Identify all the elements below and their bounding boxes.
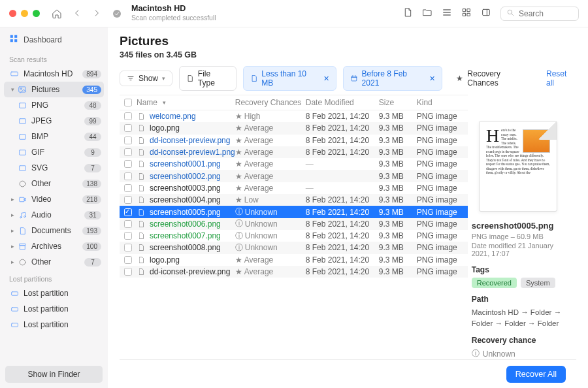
col-recovery[interactable]: Recovery Chances bbox=[235, 98, 306, 107]
filter-date-chip[interactable]: Before 8 Feb 2021 ✕ bbox=[343, 66, 442, 91]
close-window-icon[interactable] bbox=[9, 10, 16, 17]
chevron-right-icon[interactable]: ▸ bbox=[9, 243, 16, 250]
table-row[interactable]: dd-iconset-preview.png★Average8 Feb 2021… bbox=[120, 135, 468, 146]
sort-icon: ▾ bbox=[163, 99, 166, 106]
remove-filter-icon[interactable]: ✕ bbox=[429, 74, 435, 83]
row-checkbox[interactable] bbox=[124, 184, 132, 192]
table-row[interactable]: welcome.png★High8 Feb 2021, 14:209.3 MBP… bbox=[120, 110, 468, 122]
sidebar-lost-3[interactable]: Lost partition bbox=[0, 317, 108, 332]
svg-rect-29 bbox=[351, 76, 357, 81]
svg-rect-15 bbox=[19, 118, 25, 123]
dashboard-link[interactable]: Dashboard bbox=[0, 33, 108, 50]
show-in-finder-button[interactable]: Show in Finder bbox=[5, 366, 103, 383]
sidebar-lost-2[interactable]: Lost partition bbox=[0, 301, 108, 317]
home-icon[interactable] bbox=[52, 8, 62, 19]
chevron-down-icon[interactable]: ▾ bbox=[9, 86, 16, 93]
table-row[interactable]: screenshot0001.png★Average—9.3 MBPNG ima… bbox=[120, 158, 468, 170]
select-all-checkbox[interactable] bbox=[124, 99, 132, 106]
chevron-right-icon[interactable]: ▸ bbox=[9, 259, 16, 265]
col-date[interactable]: Date Modified bbox=[306, 98, 379, 107]
row-checkbox[interactable] bbox=[124, 208, 132, 216]
table-row[interactable]: screenshot0003.png★Average—9.3 MBPNG ima… bbox=[120, 182, 468, 194]
row-checkbox[interactable] bbox=[124, 244, 132, 251]
list-view-icon[interactable] bbox=[442, 7, 452, 20]
row-checkbox[interactable] bbox=[124, 148, 132, 156]
recovery-chance: ★Average bbox=[235, 148, 306, 157]
chevron-right-icon[interactable]: ▸ bbox=[9, 196, 16, 202]
file-name: screenshot0004.png bbox=[150, 195, 221, 204]
row-checkbox[interactable] bbox=[124, 124, 132, 132]
dashboard-label: Dashboard bbox=[24, 35, 62, 44]
search-field[interactable] bbox=[500, 7, 579, 21]
sidebar-item-png[interactable]: PNG48 bbox=[0, 97, 108, 113]
row-checkbox[interactable] bbox=[124, 137, 132, 144]
file-size: 9.3 MB bbox=[379, 219, 417, 229]
sidebar-item-svg[interactable]: SVG7 bbox=[0, 160, 108, 176]
info-icon: ⓘ bbox=[235, 242, 243, 253]
col-size[interactable]: Size bbox=[379, 98, 417, 107]
table-row[interactable]: screenshot0006.pngⓘUnknown8 Feb 2021, 14… bbox=[120, 218, 468, 230]
file-kind: PNG image bbox=[417, 172, 468, 181]
table-row[interactable]: dd-iconset-preview.png★Average8 Feb 2021… bbox=[120, 266, 468, 278]
col-kind[interactable]: Kind bbox=[417, 98, 468, 107]
chevron-right-icon[interactable]: ▸ bbox=[9, 227, 16, 234]
table-row[interactable]: logo.png★Average8 Feb 2021, 14:209.3 MBP… bbox=[120, 254, 468, 266]
back-icon[interactable] bbox=[73, 8, 82, 19]
sidebar-lost-1[interactable]: Lost partition bbox=[0, 285, 108, 301]
forward-icon[interactable] bbox=[92, 8, 101, 19]
window-controls[interactable] bbox=[9, 10, 40, 17]
minimize-window-icon[interactable] bbox=[21, 10, 28, 17]
row-checkbox[interactable] bbox=[124, 220, 132, 228]
table-row[interactable]: screenshot0004.png★Low8 Feb 2021, 14:209… bbox=[120, 194, 468, 206]
sidebar-item-pictures[interactable]: ▾ Pictures 345 bbox=[4, 82, 104, 97]
row-checkbox[interactable] bbox=[124, 268, 132, 276]
sidebar-item-jpeg[interactable]: JPEG99 bbox=[0, 113, 108, 129]
folder-icon[interactable] bbox=[422, 7, 433, 20]
row-checkbox[interactable] bbox=[124, 196, 132, 204]
filter-recovery-chances[interactable]: ★ Recovery Chances bbox=[449, 66, 540, 91]
sidebar-item-archives[interactable]: ▸Archives100 bbox=[0, 238, 108, 254]
row-checkbox[interactable] bbox=[124, 172, 132, 180]
filter-size-chip[interactable]: Less than 10 MB ✕ bbox=[243, 66, 336, 91]
table-row[interactable]: screenshot0008.pngⓘUnknown8 Feb 2021, 14… bbox=[120, 242, 468, 253]
row-checkbox[interactable] bbox=[124, 112, 132, 120]
table-row[interactable]: screenshot0002.png★Average9.3 MBPNG imag… bbox=[120, 170, 468, 182]
sidebar-item-other[interactable]: Other138 bbox=[0, 176, 108, 191]
chevron-right-icon[interactable]: ▸ bbox=[9, 212, 16, 218]
maximize-window-icon[interactable] bbox=[33, 10, 40, 17]
row-checkbox[interactable] bbox=[124, 232, 132, 240]
col-name[interactable]: Name▾ bbox=[137, 98, 235, 107]
table-row[interactable]: screenshot0007.pngⓘUnknown8 Feb 2021, 14… bbox=[120, 230, 468, 242]
filter-filetype[interactable]: File Type bbox=[179, 66, 237, 91]
table-row[interactable]: screenshot0005.pngⓘUnknown8 Feb 2021, 14… bbox=[120, 206, 468, 218]
archive-icon bbox=[17, 241, 27, 251]
sidebar-item-gif[interactable]: GIF9 bbox=[0, 144, 108, 160]
recovery-chance: ★Low bbox=[235, 195, 306, 204]
recover-all-button[interactable]: Recover All bbox=[506, 366, 566, 383]
sidebar-item-other2[interactable]: ▸Other7 bbox=[0, 254, 108, 270]
sidebar-item-audio[interactable]: ▸Audio31 bbox=[0, 207, 108, 223]
date-modified: 8 Feb 2021, 14:20 bbox=[306, 195, 379, 204]
search-input[interactable] bbox=[519, 9, 573, 18]
date-modified: 8 Feb 2021, 14:20 bbox=[306, 148, 379, 157]
svg-point-0 bbox=[113, 10, 121, 18]
show-dropdown[interactable]: Show ▾ bbox=[120, 71, 172, 86]
sidebar-item-video[interactable]: ▸Video218 bbox=[0, 191, 108, 207]
reset-all-link[interactable]: Reset all bbox=[546, 69, 576, 88]
date-modified: 8 Feb 2021, 14:20 bbox=[306, 243, 379, 252]
svg-rect-20 bbox=[19, 197, 24, 202]
sidebar-item-disk[interactable]: Macintosh HD 894 bbox=[0, 66, 108, 82]
row-checkbox[interactable] bbox=[124, 160, 132, 168]
table-row[interactable]: logo.png★Average8 Feb 2021, 14:209.3 MBP… bbox=[120, 122, 468, 134]
file-size: 9.3 MB bbox=[379, 172, 417, 181]
grid-view-icon[interactable] bbox=[461, 7, 472, 20]
table-row[interactable]: dd-iconset-preview1.png★Average8 Feb 202… bbox=[120, 146, 468, 158]
panel-toggle-icon[interactable] bbox=[481, 7, 491, 20]
sidebar-item-documents[interactable]: ▸Documents193 bbox=[0, 223, 108, 238]
new-file-icon[interactable] bbox=[402, 7, 413, 20]
info-icon: ⓘ bbox=[235, 231, 243, 242]
remove-filter-icon[interactable]: ✕ bbox=[323, 74, 329, 83]
recovery-chance: ⓘUnknown bbox=[235, 218, 306, 229]
row-checkbox[interactable] bbox=[124, 256, 132, 264]
sidebar-item-bmp[interactable]: BMP44 bbox=[0, 129, 108, 144]
